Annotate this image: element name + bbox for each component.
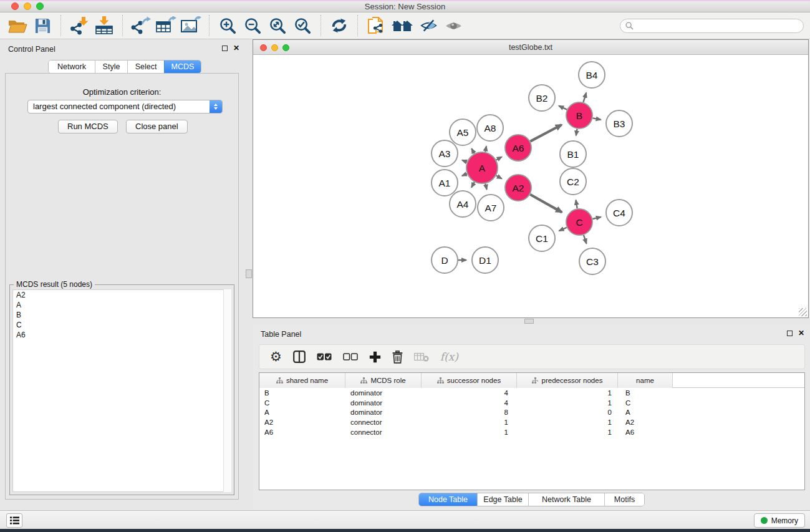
graph-node-C4[interactable]: C4 xyxy=(606,200,632,226)
search-field[interactable] xyxy=(620,19,804,33)
table-cell[interactable]: 1 xyxy=(422,418,517,426)
graph-node-A4[interactable]: A4 xyxy=(450,191,476,217)
table-cell[interactable]: dominator xyxy=(345,389,422,397)
open-file-icon[interactable] xyxy=(5,14,30,37)
close-table-panel-icon[interactable]: ✕ xyxy=(798,329,804,337)
zoom-fit-content-icon[interactable] xyxy=(265,14,290,37)
graph-edge-A-A8[interactable] xyxy=(485,146,486,152)
dropdown-stepper-icon[interactable] xyxy=(210,100,222,113)
graph-edge-B-B2[interactable] xyxy=(559,106,567,110)
save-session-icon[interactable] xyxy=(30,14,55,37)
tab-mcds[interactable]: MCDS xyxy=(164,60,201,73)
graph-node-A[interactable]: A xyxy=(466,152,498,183)
table-cell[interactable]: C xyxy=(259,399,345,407)
graph-edge-A-A4[interactable] xyxy=(471,182,475,188)
export-network-icon[interactable] xyxy=(128,14,153,37)
graph-node-C2[interactable]: C2 xyxy=(560,168,586,195)
column-header-name[interactable]: name xyxy=(618,373,673,388)
task-history-button[interactable] xyxy=(6,513,22,528)
first-neighbors-icon[interactable] xyxy=(388,14,416,37)
float-table-panel-icon[interactable] xyxy=(787,331,793,336)
graph-node-A6[interactable]: A6 xyxy=(505,135,531,161)
vertical-split-handle[interactable] xyxy=(246,269,252,278)
graph-edge-A2-C[interactable] xyxy=(530,195,562,213)
search-input[interactable] xyxy=(634,21,803,32)
graph-edge-C-C4[interactable] xyxy=(592,217,600,219)
show-all-icon[interactable] xyxy=(441,14,466,37)
graph-node-C3[interactable]: C3 xyxy=(579,248,605,274)
run-mcds-button[interactable]: Run MCDS xyxy=(58,120,118,133)
table-cell[interactable]: 1 xyxy=(517,418,618,426)
table-row[interactable]: A6connector11A6 xyxy=(259,427,804,437)
graph-node-C[interactable]: C xyxy=(566,209,592,235)
column-header-shared-name[interactable]: shared name xyxy=(259,373,345,388)
criterion-dropdown[interactable]: largest connected component (directed) xyxy=(27,100,223,114)
graph-node-D1[interactable]: D1 xyxy=(472,247,498,273)
graph-edge-A-A2[interactable] xyxy=(496,176,502,179)
tab-network-table[interactable]: Network Table xyxy=(528,493,604,506)
hide-selected-icon[interactable] xyxy=(416,14,441,37)
mcds-result-item[interactable]: C xyxy=(13,320,231,330)
graph-node-A1[interactable]: A1 xyxy=(432,170,458,196)
mcds-result-list[interactable]: A2ABCA6 xyxy=(12,289,231,492)
table-cell[interactable]: connector xyxy=(345,428,422,436)
graph-edge-C-C3[interactable] xyxy=(584,235,587,244)
table-cell[interactable]: A2 xyxy=(259,418,345,426)
table-cell[interactable]: C xyxy=(618,399,673,407)
export-table-icon[interactable] xyxy=(153,14,178,37)
table-cell[interactable]: dominator xyxy=(345,399,422,407)
zoom-selected-icon[interactable] xyxy=(290,14,315,37)
table-cell[interactable]: connector xyxy=(345,418,422,426)
graph-node-A5[interactable]: A5 xyxy=(450,119,476,145)
table-cell[interactable]: 1 xyxy=(517,399,618,407)
zoom-out-icon[interactable] xyxy=(240,14,265,37)
column-header-mcds-role[interactable]: MCDS role xyxy=(345,373,422,388)
tab-node-table[interactable]: Node Table xyxy=(419,493,477,506)
graph-node-B4[interactable]: B4 xyxy=(579,62,605,88)
tab-motifs[interactable]: Motifs xyxy=(604,493,644,506)
graph-node-D[interactable]: D xyxy=(432,247,458,273)
graph-edge-C-C2[interactable] xyxy=(576,200,577,209)
graph-node-B[interactable]: B xyxy=(566,102,592,128)
select-all-checkboxes-icon[interactable] xyxy=(317,353,332,360)
tab-network[interactable]: Network xyxy=(49,60,95,73)
graph-node-B3[interactable]: B3 xyxy=(606,110,632,137)
graph-edge-A-A5[interactable] xyxy=(471,148,474,153)
tab-select[interactable]: Select xyxy=(127,60,164,73)
graph-edge-A-A7[interactable] xyxy=(486,183,487,189)
mcds-result-item[interactable]: A6 xyxy=(13,330,231,340)
graph-edge-A-A3[interactable] xyxy=(462,160,467,162)
table-cell[interactable]: 4 xyxy=(422,389,517,397)
tab-style[interactable]: Style xyxy=(95,60,127,73)
network-graph-canvas[interactable]: B4B2BB3A8A5A6A3B1AC2A1A2A4A7C4CC1DD1C3 xyxy=(254,55,809,317)
export-image-icon[interactable] xyxy=(178,14,203,37)
mcds-result-item[interactable]: A xyxy=(13,300,231,310)
close-panel-icon[interactable]: ✕ xyxy=(233,44,239,52)
table-cell[interactable]: A xyxy=(618,409,673,416)
graph-node-B1[interactable]: B1 xyxy=(560,141,586,167)
table-cell[interactable]: 0 xyxy=(517,409,618,416)
table-cell[interactable]: A2 xyxy=(618,418,673,426)
horizontal-split-handle[interactable] xyxy=(524,319,534,324)
table-cell[interactable]: 1 xyxy=(517,428,618,436)
graph-edge-A-A1[interactable] xyxy=(462,174,467,176)
float-panel-icon[interactable] xyxy=(222,46,228,51)
graph-edge-B-B1[interactable] xyxy=(576,129,577,136)
column-settings-gear-icon[interactable]: ⚙ xyxy=(270,351,282,363)
column-header-predecessor-nodes[interactable]: predecessor nodes xyxy=(517,373,618,388)
table-row[interactable]: A2connector11A2 xyxy=(259,417,804,427)
zoom-in-icon[interactable] xyxy=(215,14,240,37)
mcds-result-item[interactable]: B xyxy=(13,310,231,320)
graph-node-B2[interactable]: B2 xyxy=(529,85,555,111)
table-cell[interactable]: 1 xyxy=(517,389,618,397)
graph-edge-A6-B[interactable] xyxy=(530,125,561,142)
window-resize-grip[interactable] xyxy=(799,308,807,316)
graph-node-C1[interactable]: C1 xyxy=(529,225,555,251)
show-columns-icon[interactable] xyxy=(293,351,306,363)
table-row[interactable]: Adominator80A xyxy=(259,407,804,417)
mcds-list-scrollbar[interactable] xyxy=(223,289,231,492)
tab-edge-table[interactable]: Edge Table xyxy=(477,493,528,506)
table-cell[interactable]: A xyxy=(259,409,345,416)
memory-button[interactable]: Memory xyxy=(754,513,805,528)
graph-edge-B-B4[interactable] xyxy=(583,93,586,102)
